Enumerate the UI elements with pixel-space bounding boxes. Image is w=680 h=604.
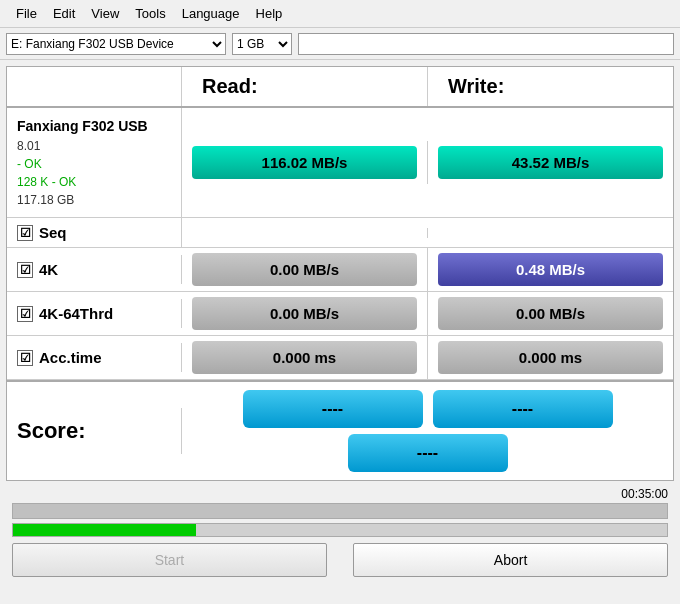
4k-label-cell: ☑ 4K [7,255,182,284]
acctime-label-cell: ☑ Acc.time [7,343,182,372]
score-total-btn: ---- [348,434,508,472]
menu-view[interactable]: View [83,4,127,23]
bottom-buttons: Start Abort [6,537,674,583]
acctime-read-cell: 0.000 ms [182,336,428,379]
4k64-read-cell: 0.00 MB/s [182,292,428,335]
progress-bar-bottom [12,523,668,537]
info-line-3: 128 K - OK [17,173,171,191]
progress-time: 00:35:00 [12,487,668,501]
abort-button[interactable]: Abort [353,543,668,577]
progress-fill-bottom [13,524,196,536]
test-count-input[interactable] [298,33,674,55]
menu-language[interactable]: Language [174,4,248,23]
menubar: File Edit View Tools Language Help [0,0,680,28]
menu-tools[interactable]: Tools [127,4,173,23]
seq-read-cell: 116.02 MB/s [182,141,428,184]
device-select[interactable]: E: Fanxiang F302 USB Device [6,33,226,55]
4k-checkbox[interactable]: ☑ [17,262,33,278]
score-label: Score: [17,418,85,444]
seq-read-result: 116.02 MB/s [192,146,417,179]
4k-write-cell: 0.48 MB/s [428,248,673,291]
score-write-btn: ---- [433,390,613,428]
info-line-4: 117.18 GB [17,191,171,209]
4k-label: 4K [39,261,58,278]
seq-read-cell2 [182,228,428,238]
progress-area: 00:35:00 [6,481,674,537]
seq-write-cell2 [428,228,673,238]
score-read-btn: ---- [243,390,423,428]
score-row: Score: ---- ---- ---- [7,380,673,480]
score-label-cell: Score: [7,408,182,454]
acctime-write-result: 0.000 ms [438,341,663,374]
progress-bar-top [12,503,668,519]
4k64-read-result: 0.00 MB/s [192,297,417,330]
bench-row-acctime: ☑ Acc.time 0.000 ms 0.000 ms [7,336,673,380]
bench-row-seq-label-actual: ☑ Seq [7,218,673,248]
info-line-2: - OK [17,155,171,173]
main-content: Read: Write: Fanxiang F302 USB 8.01 - OK… [0,60,680,589]
seq-label: Seq [39,224,67,241]
score-top-row: ---- ---- [192,390,663,428]
acctime-checkbox[interactable]: ☑ [17,350,33,366]
menu-edit[interactable]: Edit [45,4,83,23]
seq-label-cell: ☑ Seq [7,218,182,247]
bench-row-4k: ☑ 4K 0.00 MB/s 0.48 MB/s [7,248,673,292]
write-header: Write: [428,67,673,106]
benchmark-table: Read: Write: Fanxiang F302 USB 8.01 - OK… [6,66,674,481]
seq-write-cell: 43.52 MB/s [428,141,673,184]
seq-checkbox[interactable]: ☑ [17,225,33,241]
4k64-label: 4K-64Thrd [39,305,113,322]
size-select[interactable]: 1 GB 512 MB 2 GB 4 GB [232,33,292,55]
4k-read-result: 0.00 MB/s [192,253,417,286]
start-button[interactable]: Start [12,543,327,577]
info-line-1: 8.01 [17,137,171,155]
4k64-write-cell: 0.00 MB/s [428,292,673,335]
device-info: Fanxiang F302 USB 8.01 - OK 128 K - OK 1… [7,108,182,217]
bench-row-seq: Fanxiang F302 USB 8.01 - OK 128 K - OK 1… [7,108,673,218]
acctime-read-result: 0.000 ms [192,341,417,374]
toolbar: E: Fanxiang F302 USB Device 1 GB 512 MB … [0,28,680,60]
progress-fill-top [13,504,667,518]
4k-read-cell: 0.00 MB/s [182,248,428,291]
score-results: ---- ---- ---- [182,382,673,480]
4k-write-result: 0.48 MB/s [438,253,663,286]
menu-file[interactable]: File [8,4,45,23]
4k64-label-cell: ☑ 4K-64Thrd [7,299,182,328]
header-row: Read: Write: [7,67,673,108]
menu-help[interactable]: Help [248,4,291,23]
bench-row-4k64: ☑ 4K-64Thrd 0.00 MB/s 0.00 MB/s [7,292,673,336]
4k64-write-result: 0.00 MB/s [438,297,663,330]
4k64-checkbox[interactable]: ☑ [17,306,33,322]
read-header: Read: [182,67,428,106]
seq-write-result: 43.52 MB/s [438,146,663,179]
acctime-label: Acc.time [39,349,102,366]
header-label-cell [7,67,182,106]
device-name: Fanxiang F302 USB [17,116,171,137]
acctime-write-cell: 0.000 ms [428,336,673,379]
